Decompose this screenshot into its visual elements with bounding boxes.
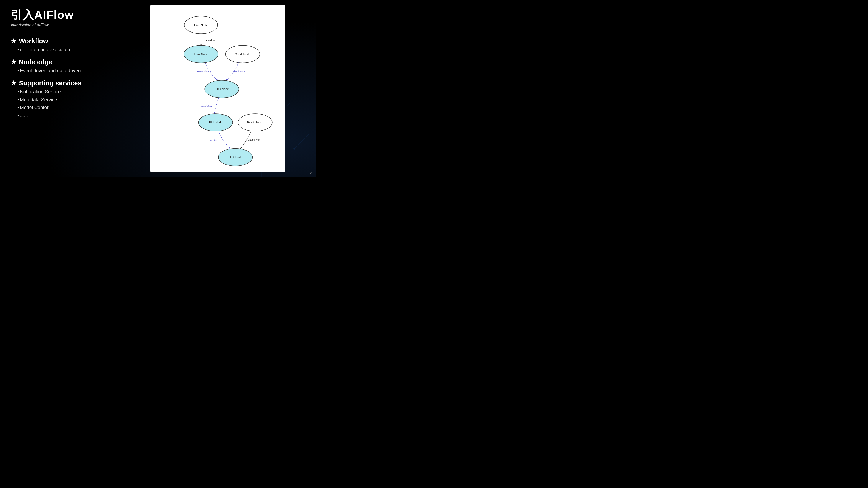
- section-workflow: ★ Workflow: [11, 37, 111, 45]
- flink-node-3-label: Flink Node: [209, 121, 222, 124]
- section-node-edge: ★ Node edge: [11, 58, 111, 66]
- edge-label-event-driven-4: event driven: [209, 139, 222, 141]
- title-chinese: 引入AIFlow: [11, 9, 111, 21]
- supporting-services-bullet-4: ......: [11, 112, 111, 119]
- supporting-services-bullet-1: Notification Service: [11, 89, 111, 95]
- supporting-services-heading: Supporting services: [19, 79, 82, 87]
- flink-node-4-label: Flink Node: [228, 156, 242, 159]
- hive-node-label: Hive Node: [194, 24, 208, 27]
- star-icon-1: ★: [11, 37, 16, 45]
- edge-flink2-flink3: [215, 98, 219, 113]
- edge-label-data-driven-2: data driven: [248, 138, 260, 141]
- presto-node-label: Presto Node: [247, 121, 264, 124]
- edge-label-event-driven-1: event driven: [197, 70, 211, 73]
- workflow-bullet-1: definition and execution: [11, 46, 111, 53]
- title-english: Introduction of AIFlow: [11, 23, 111, 27]
- star-icon-3: ★: [11, 79, 16, 87]
- page-number: 0: [310, 171, 312, 174]
- section-supporting-services: ★ Supporting services: [11, 79, 111, 87]
- edge-label-event-driven-3: event driven: [200, 105, 214, 107]
- flink-node-1-label: Flink Node: [194, 53, 208, 56]
- spark-node-label: Spark Node: [235, 53, 250, 56]
- star-icon-2: ★: [11, 58, 16, 65]
- flink-node-2-label: Flink Node: [215, 88, 229, 91]
- supporting-services-bullet-2: Metadata Service: [11, 97, 111, 103]
- workflow-heading: Workflow: [19, 37, 48, 45]
- right-panel: Hive Node data driven Flink Node Spark N…: [122, 0, 316, 177]
- node-edge-bullet-1: Event driven and data driven: [11, 67, 111, 74]
- node-edge-heading: Node edge: [19, 58, 52, 66]
- edge-label-data-driven-1: data driven: [205, 39, 217, 41]
- workflow-diagram: Hive Node data driven Flink Node Spark N…: [155, 9, 281, 168]
- left-panel: 引入AIFlow Introduction of AIFlow ★ Workfl…: [0, 0, 122, 177]
- supporting-services-bullet-3: Model Center: [11, 104, 111, 111]
- diagram-container: Hive Node data driven Flink Node Spark N…: [150, 5, 285, 172]
- edge-label-event-driven-2: event driven: [232, 70, 246, 73]
